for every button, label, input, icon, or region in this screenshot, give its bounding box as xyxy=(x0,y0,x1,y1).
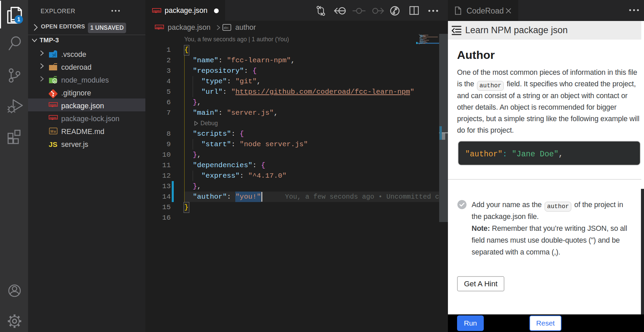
svg-text:npm: npm xyxy=(50,103,56,107)
svg-text:npm: npm xyxy=(156,25,163,29)
svg-text:abc: abc xyxy=(223,26,229,30)
svg-text:npm: npm xyxy=(50,116,56,119)
svg-text:npm: npm xyxy=(153,9,160,13)
svg-text:js: js xyxy=(53,80,56,83)
svg-text:M: M xyxy=(50,129,53,133)
